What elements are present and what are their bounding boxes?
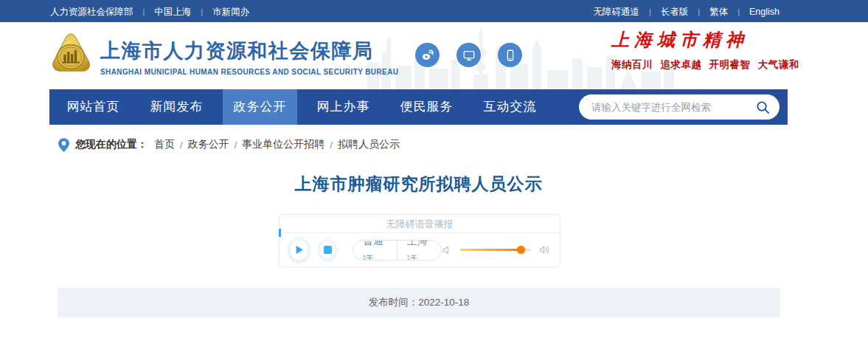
org-title-block: 上海市人力资源和社会保障局 SHANGHAI MUNICIPAL HUMAN R… xyxy=(100,38,398,76)
separator: / xyxy=(330,139,333,151)
org-name-english: SHANGHAI MUNICIPAL HUMAN RESOURCES AND S… xyxy=(100,68,398,76)
publish-date-value: 2022-10-18 xyxy=(418,297,469,308)
mobile-icon[interactable] xyxy=(498,43,522,67)
separator: / xyxy=(235,139,237,151)
topbar-link-accessibility[interactable]: 无障碍通道 xyxy=(593,7,639,17)
topbar-link-china-shanghai[interactable]: 中国上海 xyxy=(154,7,191,17)
separator: / xyxy=(180,139,183,151)
nav-item-gov-info[interactable]: 政务公开 xyxy=(223,89,297,125)
separator: | xyxy=(649,7,651,16)
search-box xyxy=(579,94,780,120)
page-title: 上海市肿瘤研究所拟聘人员公示 xyxy=(49,173,788,196)
breadcrumb: 您现在的位置： 首页 / 政务公开 / 事业单位公开招聘 / 拟聘人员公示 xyxy=(58,137,868,153)
audio-progress-tick xyxy=(279,229,281,237)
desktop-icon[interactable] xyxy=(456,43,481,67)
nav-item-home[interactable]: 网站首页 xyxy=(56,89,131,125)
topbar-left-links: 人力资源社会保障部|中国上海|市新闻办 xyxy=(50,4,249,18)
language-option-mandarin[interactable]: 普通话 xyxy=(353,240,397,261)
play-button[interactable] xyxy=(289,238,309,261)
breadcrumb-label: 您现在的位置： xyxy=(75,138,147,151)
volume-high-icon xyxy=(539,244,550,255)
nav-item-interaction[interactable]: 互动交流 xyxy=(473,89,547,125)
location-pin-icon xyxy=(58,138,69,152)
topbar-link-english[interactable]: English xyxy=(749,7,780,17)
volume-thumb[interactable] xyxy=(517,246,525,254)
topbar-link-traditional[interactable]: 繁体 xyxy=(709,7,728,17)
audio-reader-title: 无障碍语音播报 xyxy=(386,218,454,230)
header-channel-icons xyxy=(415,43,522,67)
nav-item-online-services[interactable]: 网上办事 xyxy=(306,89,381,125)
topbar: 人力资源社会保障部|中国上海|市新闻办 无障碍通道|长者版|繁体|English xyxy=(0,0,868,22)
breadcrumb-gov-info[interactable]: 政务公开 xyxy=(188,138,229,151)
publish-date-bar: 发布时间：2022-10-18 xyxy=(58,288,780,317)
topbar-link-elder-version[interactable]: 长者版 xyxy=(661,7,689,17)
publish-date-label: 发布时间： xyxy=(369,297,419,308)
topbar-link-mohrss[interactable]: 人力资源社会保障部 xyxy=(50,7,133,17)
nav-item-public-services[interactable]: 便民服务 xyxy=(389,89,464,125)
weibo-icon[interactable] xyxy=(415,43,440,67)
breadcrumb-recruitment[interactable]: 事业单位公开招聘 xyxy=(242,138,324,151)
breadcrumb-home[interactable]: 首页 xyxy=(154,138,175,151)
stop-icon xyxy=(324,246,332,254)
main-nav: 网站首页 新闻发布 政务公开 网上办事 便民服务 互动交流 xyxy=(49,89,788,125)
stop-button[interactable] xyxy=(319,240,336,260)
search-input[interactable] xyxy=(591,102,755,113)
bureau-logo[interactable] xyxy=(49,32,92,77)
separator: | xyxy=(143,7,145,16)
separator: | xyxy=(201,7,203,16)
masthead: 上海市人力资源和社会保障局 SHANGHAI MUNICIPAL HUMAN R… xyxy=(0,22,868,89)
breadcrumb-current-page: 拟聘人员公示 xyxy=(338,138,400,151)
audio-reader-header: 无障碍语音播报 xyxy=(280,215,560,233)
topbar-right-links: 无障碍通道|长者版|繁体|English xyxy=(593,4,780,18)
search-icon[interactable] xyxy=(755,100,771,115)
org-name: 上海市人力资源和社会保障局 xyxy=(100,38,398,64)
volume-slider[interactable] xyxy=(460,249,531,251)
nav-item-news[interactable]: 新闻发布 xyxy=(139,89,214,125)
volume-control xyxy=(442,244,550,255)
volume-low-icon xyxy=(442,245,452,255)
separator: | xyxy=(737,7,740,16)
language-toggle: 普通话 上海话 xyxy=(353,240,442,261)
separator: | xyxy=(698,7,700,16)
motto-text: 海纳百川 追求卓越 开明睿智 大气谦和 xyxy=(611,58,799,72)
topbar-link-news-office[interactable]: 市新闻办 xyxy=(212,7,249,17)
city-spirit-motto: 上海城市精神 海纳百川 追求卓越 开明睿智 大气谦和 xyxy=(611,28,799,72)
motto-title: 上海城市精神 xyxy=(611,28,799,52)
page: 人力资源社会保障部|中国上海|市新闻办 无障碍通道|长者版|繁体|English xyxy=(0,0,868,338)
language-option-shanghainese[interactable]: 上海话 xyxy=(397,240,441,261)
volume-fill xyxy=(460,249,521,251)
audio-reader-widget: 无障碍语音播报 普通话 上海话 xyxy=(279,214,560,267)
